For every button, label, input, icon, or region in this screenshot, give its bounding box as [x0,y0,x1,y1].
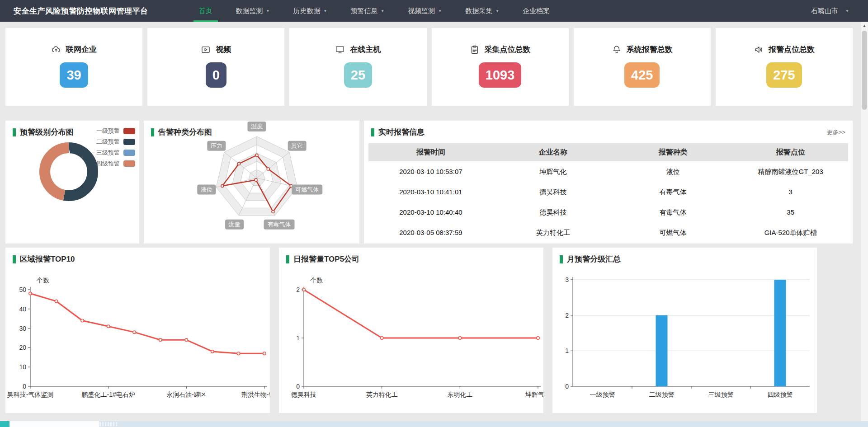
panel-head: 预警级别分布图 [5,121,139,137]
nav-item-label: 企业档案 [523,7,550,15]
svg-text:鹏盛化工-1#电石炉: 鹏盛化工-1#电石炉 [82,391,135,398]
stat-card-label: 联网企业 [66,44,97,55]
svg-text:德昊科技: 德昊科技 [291,391,316,398]
stat-card-value-badge: 0 [206,62,226,88]
table-cell: GIA-520单体贮槽 [733,222,848,243]
title-accent-bar [560,255,563,263]
radar-axis-label-其它: 其它 [288,141,307,151]
nav-item-数据监测[interactable]: 数据监测▼ [224,0,282,22]
nav-item-首页[interactable]: 首页 [187,0,224,22]
region-selector[interactable]: 石嘴山市 ▼ [811,7,849,15]
stat-card-value-badge: 25 [344,62,372,88]
cloud-upload-icon [51,45,61,55]
alarm-table-header: 报警时间企业名称报警种类报警点位 [368,143,848,161]
svg-text:昊科技-气体监测: 昊科技-气体监测 [7,391,54,398]
chevron-down-icon: ▼ [266,9,270,13]
table-row[interactable]: 2020-03-10 10:40:40德昊科技有毒气体35 [368,202,848,222]
daily-top5-panel: 日报警量TOP5公司 012个数德昊科技英力特化工东明化工坤辉气化 [279,248,543,413]
svg-text:10: 10 [19,363,26,371]
svg-text:1: 1 [296,334,300,342]
radar-axis-label-液位: 液位 [197,184,216,194]
stat-card-报警点位总数: 报警点位总数275 [716,28,853,106]
svg-text:0: 0 [23,383,26,390]
table-cell: 有毒气体 [613,182,733,202]
table-row[interactable]: 2020-03-10 10:41:01德昊科技有毒气体3 [368,182,848,202]
svg-text:坤辉气化: 坤辉气化 [525,391,543,398]
table-row[interactable]: 2020-03-10 10:53:07坤辉气化液位精醇南罐液位GT_203 [368,161,848,182]
radar-axis-label-可燃气体: 可燃气体 [292,184,322,194]
stat-card-value-badge: 1093 [479,62,522,88]
region-label: 石嘴山市 [811,7,838,15]
speaker-icon [754,45,764,55]
legend-swatch [123,139,135,145]
daily-top5-line-chart: 012个数德昊科技英力特化工东明化工坤辉气化 [279,267,543,404]
stat-card-在线主机: 在线主机25 [289,28,426,106]
scroll-up-arrow-icon[interactable]: ▲ [861,22,868,30]
chevron-down-icon: ▼ [438,9,442,13]
stat-card-value-badge: 39 [60,62,88,88]
stat-card-title-row: 报警点位总数 [754,44,815,55]
svg-text:四级预警: 四级预警 [768,391,793,398]
nav-item-label: 预警信息 [350,7,377,15]
svg-text:三级预警: 三级预警 [708,391,734,398]
scrollbar-thumb[interactable] [862,31,867,110]
app-title: 安全生产风险预警防控物联网管理平台 [14,6,148,16]
panel-head: 区域报警TOP10 [5,248,270,264]
table-cell: 2020-03-10 10:40:40 [368,202,493,222]
svg-text:有毒气体: 有毒气体 [267,221,291,228]
title-accent-bar [371,128,374,136]
svg-text:其它: 其它 [291,142,303,149]
legend-item-四级预警[interactable]: 四级预警 [96,158,135,169]
table-cell: 英力特化工 [493,222,613,243]
stat-card-系统报警总数: 系统报警总数425 [574,28,711,106]
stat-card-视频: 视频0 [147,28,284,106]
nav-item-企业档案[interactable]: 企业档案 [511,0,561,22]
bell-icon [612,45,622,55]
warning-level-donut-chart [39,142,98,201]
more-link[interactable]: 更多>> [827,128,845,136]
svg-text:0: 0 [565,383,569,390]
nav-item-视频监测[interactable]: 视频监测▼ [396,0,453,22]
title-accent-bar [13,128,16,136]
legend-label: 四级预警 [96,160,120,168]
svg-text:30: 30 [19,325,26,332]
nav-item-历史数据[interactable]: 历史数据▼ [281,0,339,22]
chevron-down-icon: ▼ [323,9,327,13]
svg-text:50: 50 [19,286,26,293]
panel-head: 日报警量TOP5公司 [279,248,543,264]
panel-head: 月预警分级汇总 [552,248,817,264]
stat-card-label: 在线主机 [350,44,381,55]
table-cell: 坤辉气化 [493,161,613,182]
alarm-table-body: 2020-03-10 10:53:07坤辉气化液位精醇南罐液位GT_203202… [368,161,848,243]
column-header: 报警种类 [613,143,733,161]
stat-card-title-row: 联网企业 [51,44,97,55]
legend-item-三级预警[interactable]: 三级预警 [96,147,135,158]
stat-card-联网企业: 联网企业39 [5,28,142,106]
scrollbar[interactable]: ▲ [861,22,868,427]
legend-swatch [123,150,135,156]
svg-text:一级预警: 一级预警 [590,391,615,398]
svg-text:荆洪生物-氧化反: 荆洪生物-氧化反 [241,391,270,398]
stat-card-采集点位总数: 采集点位总数1093 [432,28,569,106]
chevron-down-icon: ▼ [845,9,849,13]
chevron-down-icon: ▼ [495,9,499,13]
column-header: 报警时间 [368,143,493,161]
video-icon [201,45,211,55]
table-cell: 2020-03-05 08:37:59 [368,222,493,243]
realtime-alarm-panel: 实时报警信息 更多>> 报警时间企业名称报警种类报警点位 2020-03-10 … [364,121,853,244]
warning-level-panel: 预警级别分布图 一级预警二级预警三级预警四级预警 [5,121,139,244]
clipboard-icon [470,45,480,55]
monthly-summary-panel: 月预警分级汇总 0123一级预警二级预警三级预警四级预警 [552,248,817,413]
monthly-warning-bar-chart: 0123一级预警二级预警三级预警四级预警 [552,267,817,404]
table-row[interactable]: 2020-03-05 08:37:59英力特化工可燃气体GIA-520单体贮槽 [368,222,848,243]
nav-item-预警信息[interactable]: 预警信息▼ [339,0,396,22]
table-cell: 35 [733,202,848,222]
svg-text:2: 2 [565,312,569,319]
stat-card-label: 视频 [216,44,231,55]
alarm-type-panel: 告警种类分布图 温度其它可燃气体有毒气体流量液位压力 [144,121,359,244]
nav-item-label: 数据采集 [465,7,492,15]
nav-item-数据采集[interactable]: 数据采集▼ [453,0,511,22]
nav-item-label: 首页 [199,7,212,15]
legend-item-二级预警[interactable]: 二级预警 [96,136,135,147]
panel-title: 实时报警信息 [378,127,425,137]
